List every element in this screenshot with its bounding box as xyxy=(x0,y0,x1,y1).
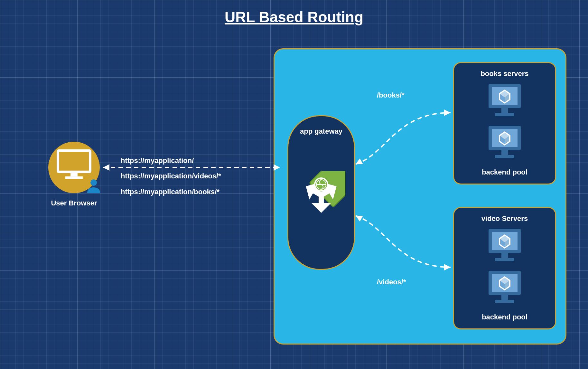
svg-point-3 xyxy=(90,179,97,186)
books-pool-title: books servers xyxy=(454,70,555,78)
server-icon xyxy=(489,126,521,158)
server-icon xyxy=(489,229,521,261)
user-browser-label: User Browser xyxy=(42,199,106,207)
videos-backend-pool: video Servers xyxy=(453,207,556,329)
url-books: https://myapplication/books/* xyxy=(121,184,221,200)
app-gateway-label: app gateway xyxy=(288,127,354,136)
svg-rect-0 xyxy=(58,151,90,172)
books-pool-footer: backend pool xyxy=(454,168,555,176)
route-label-books: /books/* xyxy=(377,91,405,99)
svg-rect-2 xyxy=(65,176,83,179)
videos-pool-title: video Servers xyxy=(454,214,555,223)
user-person-icon xyxy=(86,178,102,195)
app-gateway-node: app gateway xyxy=(287,115,355,270)
url-base: https://myapplication/ xyxy=(121,153,221,168)
svg-rect-30 xyxy=(495,258,514,261)
server-icon xyxy=(489,84,521,116)
svg-rect-38 xyxy=(495,300,514,303)
books-servers-icons xyxy=(454,82,555,167)
books-backend-pool: books servers xyxy=(453,62,556,184)
videos-pool-footer: backend pool xyxy=(454,313,555,321)
url-videos: https://myapplication/videos/* xyxy=(121,168,221,184)
svg-rect-22 xyxy=(495,155,514,158)
user-browser-node: User Browser xyxy=(42,142,106,207)
svg-rect-1 xyxy=(70,172,78,176)
cloud-container: app gateway /books/* /videos/* books se xyxy=(274,48,566,345)
svg-rect-21 xyxy=(501,150,508,155)
app-gateway-icon xyxy=(297,171,345,221)
svg-rect-14 xyxy=(495,113,514,116)
request-url-list: https://myapplication/ https://myapplica… xyxy=(121,153,221,200)
svg-rect-29 xyxy=(501,253,508,258)
server-icon xyxy=(489,271,521,303)
svg-rect-37 xyxy=(501,295,508,300)
svg-rect-13 xyxy=(501,108,508,113)
diagram-title: URL Based Routing xyxy=(0,8,588,26)
user-browser-circle xyxy=(48,142,100,193)
videos-servers-icons xyxy=(454,227,555,312)
route-label-videos: /videos/* xyxy=(377,278,406,286)
